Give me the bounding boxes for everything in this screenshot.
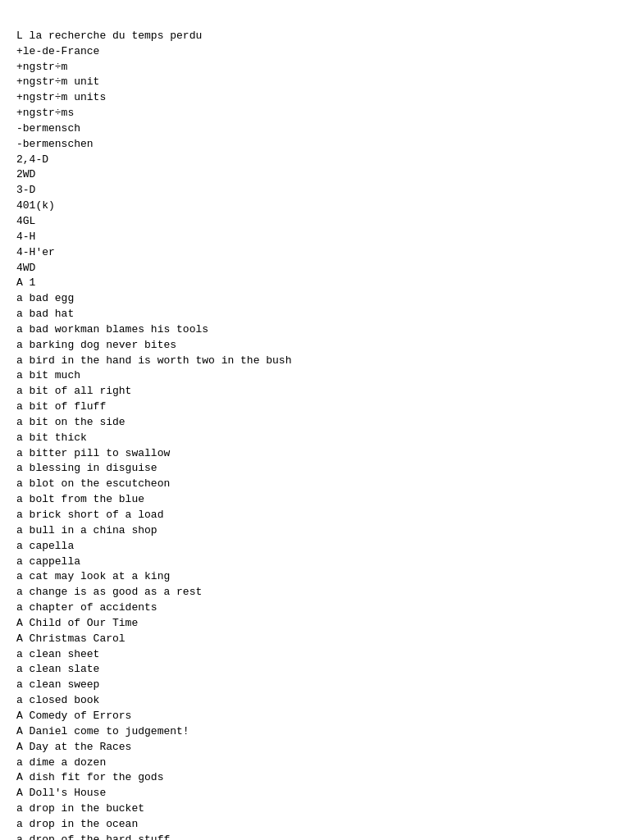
list-item: A Comedy of Errors (16, 709, 614, 724)
list-item: a bit of fluff (16, 399, 614, 415)
list-item: A dish fit for the gods (16, 770, 614, 786)
list-item: a bit much (16, 368, 614, 384)
list-item: 4-H (16, 230, 614, 245)
list-item: a drop of the hard stuff (16, 833, 614, 840)
list-item: -bermensch (16, 121, 614, 137)
list-item: +ngstr÷m (16, 60, 614, 75)
list-item: a bitter pill to swallow (16, 446, 614, 462)
list-item: a change is as good as a rest (16, 585, 614, 600)
list-item: a bit of all right (16, 384, 614, 399)
list-item: a clean sheet (16, 647, 614, 663)
list-item: +le-de-France (16, 44, 614, 60)
list-item: 3-D (16, 183, 614, 199)
list-item: 401(k) (16, 199, 614, 214)
list-item: A Christmas Carol (16, 632, 614, 647)
list-item: a closed book (16, 693, 614, 709)
list-item: a bolt from the blue (16, 492, 614, 508)
list-item: a drop in the bucket (16, 801, 614, 817)
list-item: a bit thick (16, 431, 614, 446)
list-item: +ngstr÷ms (16, 106, 614, 121)
list-item: L la recherche du temps perdu (16, 29, 614, 44)
list-item: 2WD (16, 167, 614, 183)
list-item: a bad hat (16, 307, 614, 322)
list-item: A Doll's House (16, 786, 614, 801)
list-item: a cappella (16, 555, 614, 570)
list-item: a capella (16, 539, 614, 555)
list-item: +ngstr÷m unit (16, 75, 614, 90)
list-item: a bit on the side (16, 415, 614, 431)
list-item: A Daniel come to judgement! (16, 724, 614, 740)
list-item: 4WD (16, 261, 614, 276)
list-item: a bad workman blames his tools (16, 322, 614, 338)
list-item: 2,4-D (16, 153, 614, 168)
list-item: a blessing in disguise (16, 461, 614, 477)
list-item: a dime a dozen (16, 756, 614, 771)
list-item: a clean sweep (16, 678, 614, 693)
list-item: a drop in the ocean (16, 817, 614, 833)
list-item: 4GL (16, 214, 614, 230)
list-item: a bad egg (16, 291, 614, 307)
list-item: 4-H'er (16, 245, 614, 261)
phrase-list: L la recherche du temps perdu+le-de-Fran… (16, 13, 614, 840)
list-item: a bird in the hand is worth two in the b… (16, 354, 614, 369)
list-item: A 1 (16, 276, 614, 291)
list-item: a brick short of a load (16, 508, 614, 523)
list-item: a chapter of accidents (16, 600, 614, 616)
list-item: a barking dog never bites (16, 338, 614, 354)
list-item: -bermenschen (16, 137, 614, 153)
list-item: a cat may look at a king (16, 569, 614, 585)
list-item: A Child of Our Time (16, 616, 614, 632)
list-item: a bull in a china shop (16, 523, 614, 539)
list-item: a blot on the escutcheon (16, 477, 614, 492)
list-item: +ngstr÷m units (16, 90, 614, 106)
list-item: A Day at the Races (16, 740, 614, 756)
list-item: a clean slate (16, 662, 614, 678)
